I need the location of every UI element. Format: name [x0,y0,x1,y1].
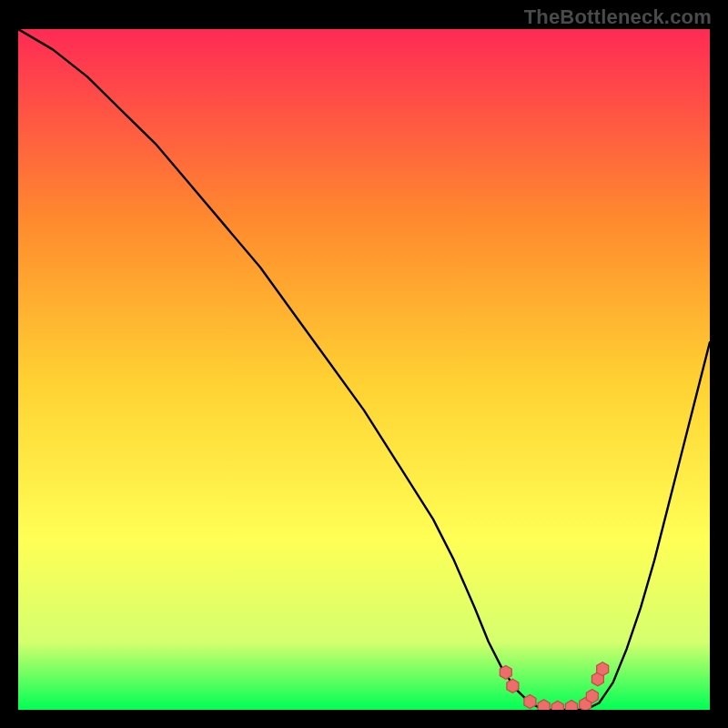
svg-rect-0 [18,29,710,710]
chart-container: TheBottleneck.com [0,0,728,728]
curve-marker [500,665,511,679]
curve-marker [507,679,519,693]
watermark-text: TheBottleneck.com [524,5,712,29]
curve-marker [586,690,598,703]
chart-svg [18,29,710,710]
curve-marker [597,662,609,676]
plot-area [18,29,710,710]
curve-marker [524,695,536,709]
